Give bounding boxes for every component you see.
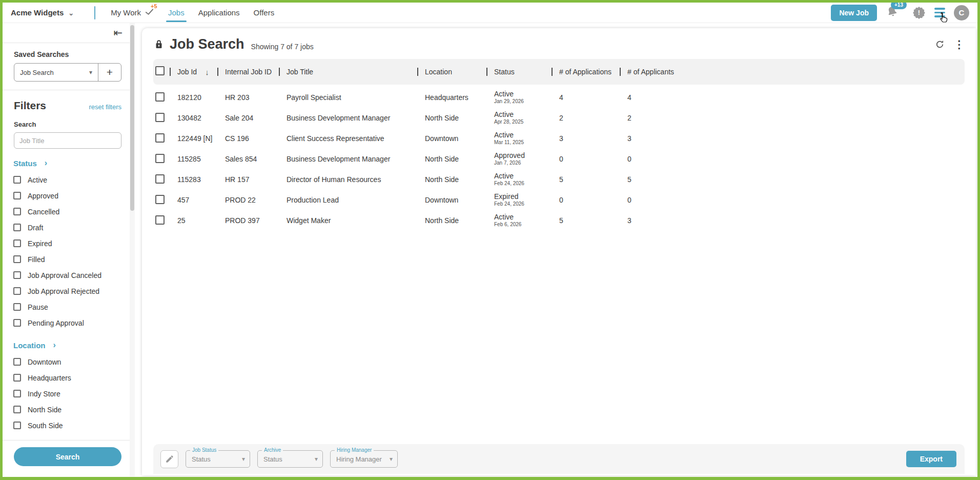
status-option-approved[interactable]: Approved xyxy=(13,188,121,204)
table-row[interactable]: 457 PROD 22 Production Lead Downtown Exp… xyxy=(153,190,965,210)
sidebar-scrollbar[interactable] xyxy=(130,23,135,476)
select-all-cell xyxy=(153,66,170,77)
search-button[interactable]: Search xyxy=(14,447,121,466)
filters-header: Filters reset filters xyxy=(3,90,135,112)
cell-job-title[interactable]: Payroll Specialist xyxy=(279,93,417,102)
menu-button[interactable] xyxy=(934,8,945,17)
job-status-select[interactable]: Job Status Status ▾ xyxy=(186,450,250,468)
checkbox[interactable] xyxy=(13,287,21,295)
add-saved-search-button[interactable]: + xyxy=(98,64,121,81)
status-option-draft[interactable]: Draft xyxy=(13,219,121,235)
table-row[interactable]: 130482 Sale 204 Business Development Man… xyxy=(153,108,965,128)
hiring-manager-select[interactable]: Hiring Manager Hiring Manager ▾ xyxy=(330,450,398,468)
checkbox[interactable] xyxy=(13,192,21,199)
user-avatar[interactable]: C xyxy=(954,5,969,21)
column-header-job-title[interactable]: Job Title xyxy=(279,68,417,76)
cell-job-title[interactable]: Client Success Representative xyxy=(279,134,417,143)
status-option-job-approval-canceled[interactable]: Job Approval Canceled xyxy=(13,267,121,283)
status-option-expired[interactable]: Expired xyxy=(13,235,121,251)
checkbox[interactable] xyxy=(13,358,21,366)
row-checkbox[interactable] xyxy=(155,154,165,163)
notifications-button[interactable]: +13 xyxy=(886,5,899,20)
checkbox[interactable] xyxy=(13,390,21,397)
location-option-indy-store[interactable]: Indy Store xyxy=(13,386,121,402)
checkbox[interactable] xyxy=(13,224,21,231)
checkbox[interactable] xyxy=(13,239,21,247)
column-resize-handle[interactable] xyxy=(279,68,280,76)
nav-item-offers[interactable]: Offers xyxy=(254,3,275,23)
table-row[interactable]: 115283 HR 157 Director of Human Resource… xyxy=(153,169,965,190)
checkbox[interactable] xyxy=(13,303,21,311)
edit-button[interactable] xyxy=(160,450,178,468)
reset-filters-link[interactable]: reset filters xyxy=(89,103,121,111)
cell-job-title[interactable]: Director of Human Resources xyxy=(279,175,417,184)
status-option-filled[interactable]: Filled xyxy=(13,251,121,267)
checkbox[interactable] xyxy=(13,271,21,279)
status-date: Jan 29, 2026 xyxy=(494,99,552,105)
checkbox[interactable] xyxy=(13,176,21,184)
checkbox[interactable] xyxy=(13,422,21,429)
more-options-icon[interactable]: ⋮ xyxy=(954,38,965,51)
column-header-internal-job-id[interactable]: Internal Job ID xyxy=(217,68,279,76)
nav-item-my-work[interactable]: My Work +5 xyxy=(111,3,154,23)
dropdown-arrow-icon: ▾ xyxy=(89,69,92,76)
column-header-job-id[interactable]: Job Id↓ xyxy=(170,68,217,76)
column-header-applications[interactable]: # of Applications xyxy=(552,68,620,76)
row-checkbox[interactable] xyxy=(155,133,165,143)
row-checkbox[interactable] xyxy=(155,195,165,204)
sidebar-scrollbar-thumb[interactable] xyxy=(130,25,134,211)
table-row[interactable]: 25 PROD 397 Widget Maker North Side Acti… xyxy=(153,210,965,231)
collapse-sidebar-icon[interactable]: ⇤ xyxy=(113,27,122,38)
status-option-pending-approval[interactable]: Pending Approval xyxy=(13,315,121,331)
location-option-north-side[interactable]: North Side xyxy=(13,402,121,417)
location-section-toggle[interactable]: Location › xyxy=(13,341,121,350)
location-option-downtown[interactable]: Downtown xyxy=(13,354,121,370)
table-row[interactable]: 182120 HR 203 Payroll Specialist Headqua… xyxy=(153,87,965,108)
row-checkbox[interactable] xyxy=(155,174,165,184)
status-option-cancelled[interactable]: Cancelled xyxy=(13,204,121,219)
export-button[interactable]: Export xyxy=(906,451,956,467)
status-option-job-approval-rejected[interactable]: Job Approval Rejected xyxy=(13,283,121,299)
cell-job-title[interactable]: Widget Maker xyxy=(279,216,417,225)
saved-searches-section: Saved Searches Job Search ▾ + xyxy=(3,43,135,90)
table-row[interactable]: 122449 [N] CS 196 Client Success Represe… xyxy=(153,128,965,149)
checkbox[interactable] xyxy=(13,374,21,382)
checkbox[interactable] xyxy=(13,406,21,413)
cell-job-title[interactable]: Business Development Manager xyxy=(279,114,417,122)
status-option-pause[interactable]: Pause xyxy=(13,299,121,315)
company-switcher[interactable]: Acme Widgets ⌄ xyxy=(11,8,74,17)
location-option-south-side[interactable]: South Side xyxy=(13,417,121,433)
refresh-icon[interactable] xyxy=(934,39,945,50)
alerts-button[interactable]: ! xyxy=(912,6,926,19)
row-checkbox[interactable] xyxy=(155,92,165,102)
column-resize-handle[interactable] xyxy=(486,68,487,76)
row-checkbox[interactable] xyxy=(155,113,165,122)
table-row[interactable]: 115285 Sales 854 Business Development Ma… xyxy=(153,149,965,169)
cell-job-id: 130482 xyxy=(170,114,217,122)
column-resize-handle[interactable] xyxy=(417,68,418,76)
cell-job-title[interactable]: Business Development Manager xyxy=(279,155,417,163)
checkbox[interactable] xyxy=(13,208,21,215)
column-resize-handle[interactable] xyxy=(170,68,171,76)
status-section-toggle[interactable]: Status › xyxy=(13,159,121,168)
column-resize-handle[interactable] xyxy=(552,68,553,76)
column-header-applicants[interactable]: # of Applicants xyxy=(620,68,965,76)
archive-select[interactable]: Archive Status ▾ xyxy=(257,450,323,468)
column-header-location[interactable]: Location xyxy=(417,68,486,76)
nav-item-applications[interactable]: Applications xyxy=(198,3,240,23)
cell-job-title[interactable]: Production Lead xyxy=(279,196,417,204)
row-checkbox[interactable] xyxy=(155,215,165,225)
sort-desc-icon[interactable]: ↓ xyxy=(205,68,209,76)
location-option-headquarters[interactable]: Headquarters xyxy=(13,370,121,386)
status-option-active[interactable]: Active xyxy=(13,172,121,188)
new-job-button[interactable]: New Job xyxy=(831,5,877,21)
checkbox[interactable] xyxy=(13,319,21,327)
column-resize-handle[interactable] xyxy=(620,68,621,76)
checkbox[interactable] xyxy=(13,255,21,263)
job-title-search-input[interactable] xyxy=(14,132,121,149)
saved-search-select[interactable]: Job Search ▾ xyxy=(14,64,98,81)
select-all-checkbox[interactable] xyxy=(155,66,165,75)
column-resize-handle[interactable] xyxy=(217,68,218,76)
nav-item-jobs[interactable]: Jobs xyxy=(168,3,185,23)
column-header-status[interactable]: Status xyxy=(486,68,552,76)
